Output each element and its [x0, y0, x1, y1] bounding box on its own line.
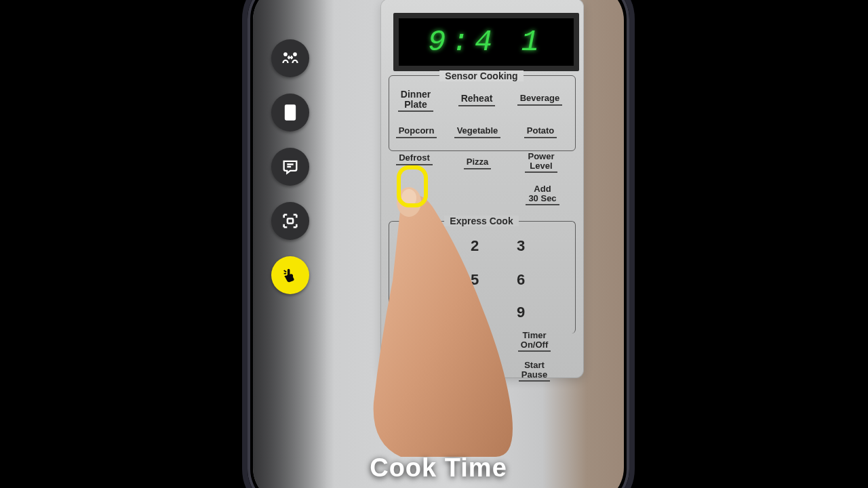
sensor-cooking-group	[389, 75, 576, 151]
btn-power-level: PowerLevel	[519, 152, 564, 173]
door-detect-icon[interactable]	[271, 94, 309, 131]
microwave-panel-scene: 9:4 1 Sensor Cooking DinnerPlate Reheat …	[253, 0, 624, 488]
btn-pizza: Pizza	[460, 157, 494, 169]
btn-add-30-sec: Add30 Sec	[520, 184, 565, 205]
image-describe-icon[interactable]	[271, 202, 309, 240]
svg-point-2	[283, 52, 288, 56]
microwave-lcd-time: 9:4 1	[399, 18, 574, 66]
point-and-speak-icon[interactable]	[271, 256, 309, 294]
svg-point-3	[293, 52, 297, 56]
svg-point-6	[292, 112, 293, 113]
svg-rect-7	[288, 219, 293, 224]
btn-start-pause: StartPause	[512, 361, 557, 382]
express-cook-legend: Express Cook	[389, 216, 574, 226]
phone-frame: 9:4 1 Sensor Cooking DinnerPlate Reheat …	[242, 0, 635, 488]
key-3: 3	[509, 237, 532, 255]
key-0: 0	[463, 335, 486, 352]
stage: 9:4 1 Sensor Cooking DinnerPlate Reheat …	[0, 0, 868, 488]
btn-timer: TimerOn/Off	[512, 331, 557, 352]
key-9: 9	[509, 304, 532, 321]
mode-icon-column	[271, 39, 309, 294]
camera-view: 9:4 1 Sensor Cooking DinnerPlate Reheat …	[253, 0, 624, 488]
btn-popcorn: Popcorn	[394, 126, 439, 138]
btn-reheat: Reheat	[456, 94, 497, 106]
btn-dinner-plate: DinnerPlate	[395, 89, 436, 112]
key-6: 6	[509, 271, 532, 289]
text-detect-icon[interactable]	[271, 148, 309, 186]
btn-potato: Potato	[521, 126, 559, 138]
key-5: 5	[463, 271, 486, 289]
key-2: 2	[463, 237, 486, 255]
people-distance-icon[interactable]	[271, 39, 309, 77]
btn-defrost: Defrost	[394, 153, 435, 165]
sensor-cooking-legend: Sensor Cooking	[389, 70, 574, 81]
key-8: 8	[463, 304, 486, 321]
detection-highlight	[397, 165, 428, 207]
btn-beverage: Beverage	[516, 94, 564, 106]
spoken-caption: Cook Time	[253, 453, 624, 483]
btn-vegetable: Vegetable	[454, 126, 501, 138]
microwave-lcd: 9:4 1	[393, 13, 579, 71]
